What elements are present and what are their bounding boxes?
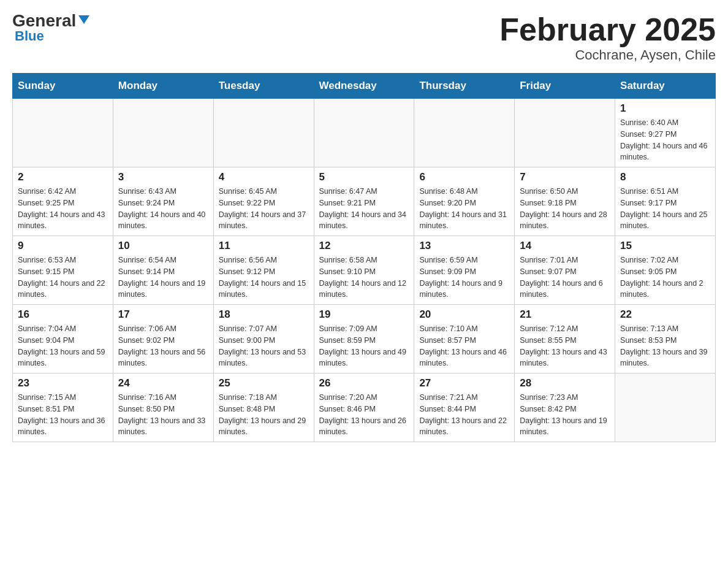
weekday-header-tuesday: Tuesday bbox=[213, 74, 314, 99]
day-number: 4 bbox=[219, 171, 309, 183]
logo: General Blue bbox=[12, 12, 91, 43]
day-number: 13 bbox=[419, 240, 509, 252]
calendar-day-cell bbox=[515, 99, 615, 167]
day-number: 16 bbox=[18, 308, 108, 321]
day-number: 5 bbox=[319, 171, 409, 183]
day-number: 17 bbox=[118, 308, 208, 321]
day-info: Sunrise: 6:42 AMSunset: 9:25 PMDaylight:… bbox=[18, 186, 108, 232]
calendar-day-cell bbox=[615, 373, 716, 442]
calendar-day-cell: 12Sunrise: 6:58 AMSunset: 9:10 PMDayligh… bbox=[314, 236, 414, 305]
day-info: Sunrise: 7:23 AMSunset: 8:42 PMDaylight:… bbox=[520, 392, 610, 438]
day-info: Sunrise: 7:06 AMSunset: 9:02 PMDaylight:… bbox=[118, 323, 208, 369]
svg-marker-0 bbox=[78, 15, 89, 24]
calendar-day-cell: 8Sunrise: 6:51 AMSunset: 9:17 PMDaylight… bbox=[615, 167, 716, 236]
day-info: Sunrise: 6:45 AMSunset: 9:22 PMDaylight:… bbox=[219, 186, 309, 232]
calendar-day-cell: 5Sunrise: 6:47 AMSunset: 9:21 PMDaylight… bbox=[314, 167, 414, 236]
calendar-day-cell: 14Sunrise: 7:01 AMSunset: 9:07 PMDayligh… bbox=[515, 236, 615, 305]
calendar-table: SundayMondayTuesdayWednesdayThursdayFrid… bbox=[12, 73, 716, 442]
day-info: Sunrise: 7:13 AMSunset: 8:53 PMDaylight:… bbox=[620, 323, 710, 369]
calendar-day-cell: 7Sunrise: 6:50 AMSunset: 9:18 PMDaylight… bbox=[515, 167, 615, 236]
day-number: 18 bbox=[219, 308, 309, 321]
day-info: Sunrise: 7:16 AMSunset: 8:50 PMDaylight:… bbox=[118, 392, 208, 438]
day-number: 7 bbox=[520, 171, 610, 183]
calendar-day-cell: 20Sunrise: 7:10 AMSunset: 8:57 PMDayligh… bbox=[414, 305, 515, 373]
day-info: Sunrise: 7:20 AMSunset: 8:46 PMDaylight:… bbox=[319, 392, 409, 438]
day-info: Sunrise: 6:40 AMSunset: 9:27 PMDaylight:… bbox=[620, 117, 710, 163]
weekday-header-sunday: Sunday bbox=[13, 74, 113, 99]
day-info: Sunrise: 7:18 AMSunset: 8:48 PMDaylight:… bbox=[219, 392, 309, 438]
day-number: 28 bbox=[520, 377, 610, 389]
page-header: General Blue February 2025 Cochrane, Ays… bbox=[12, 12, 716, 63]
day-number: 2 bbox=[18, 171, 108, 183]
weekday-header-monday: Monday bbox=[113, 74, 213, 99]
day-info: Sunrise: 6:53 AMSunset: 9:15 PMDaylight:… bbox=[18, 255, 108, 301]
day-info: Sunrise: 7:09 AMSunset: 8:59 PMDaylight:… bbox=[319, 323, 409, 369]
day-number: 21 bbox=[520, 308, 610, 321]
day-info: Sunrise: 6:48 AMSunset: 9:20 PMDaylight:… bbox=[419, 186, 509, 232]
calendar-day-cell: 28Sunrise: 7:23 AMSunset: 8:42 PMDayligh… bbox=[515, 373, 615, 442]
day-info: Sunrise: 7:01 AMSunset: 9:07 PMDaylight:… bbox=[520, 255, 610, 301]
title-block: February 2025 Cochrane, Aysen, Chile bbox=[499, 12, 716, 63]
calendar-day-cell: 11Sunrise: 6:56 AMSunset: 9:12 PMDayligh… bbox=[213, 236, 314, 305]
day-info: Sunrise: 6:56 AMSunset: 9:12 PMDaylight:… bbox=[219, 255, 309, 301]
day-info: Sunrise: 6:43 AMSunset: 9:24 PMDaylight:… bbox=[118, 186, 208, 232]
day-number: 15 bbox=[620, 240, 710, 252]
day-number: 20 bbox=[419, 308, 509, 321]
calendar-day-cell: 2Sunrise: 6:42 AMSunset: 9:25 PMDaylight… bbox=[13, 167, 113, 236]
calendar-day-cell: 26Sunrise: 7:20 AMSunset: 8:46 PMDayligh… bbox=[314, 373, 414, 442]
calendar-day-cell: 18Sunrise: 7:07 AMSunset: 9:00 PMDayligh… bbox=[213, 305, 314, 373]
calendar-day-cell: 9Sunrise: 6:53 AMSunset: 9:15 PMDaylight… bbox=[13, 236, 113, 305]
day-info: Sunrise: 6:54 AMSunset: 9:14 PMDaylight:… bbox=[118, 255, 208, 301]
day-number: 19 bbox=[319, 308, 409, 321]
weekday-header-thursday: Thursday bbox=[414, 74, 515, 99]
weekday-header-wednesday: Wednesday bbox=[314, 74, 414, 99]
calendar-subtitle: Cochrane, Aysen, Chile bbox=[499, 47, 716, 63]
calendar-day-cell: 27Sunrise: 7:21 AMSunset: 8:44 PMDayligh… bbox=[414, 373, 515, 442]
day-info: Sunrise: 6:58 AMSunset: 9:10 PMDaylight:… bbox=[319, 255, 409, 301]
calendar-title: February 2025 bbox=[499, 12, 716, 47]
day-info: Sunrise: 6:51 AMSunset: 9:17 PMDaylight:… bbox=[620, 186, 710, 232]
day-number: 11 bbox=[219, 240, 309, 252]
day-info: Sunrise: 7:21 AMSunset: 8:44 PMDaylight:… bbox=[419, 392, 509, 438]
weekday-header-friday: Friday bbox=[515, 74, 615, 99]
day-info: Sunrise: 6:59 AMSunset: 9:09 PMDaylight:… bbox=[419, 255, 509, 301]
day-number: 22 bbox=[620, 308, 710, 321]
calendar-week-row: 16Sunrise: 7:04 AMSunset: 9:04 PMDayligh… bbox=[13, 305, 716, 373]
day-info: Sunrise: 7:10 AMSunset: 8:57 PMDaylight:… bbox=[419, 323, 509, 369]
calendar-day-cell: 17Sunrise: 7:06 AMSunset: 9:02 PMDayligh… bbox=[113, 305, 213, 373]
calendar-day-cell: 25Sunrise: 7:18 AMSunset: 8:48 PMDayligh… bbox=[213, 373, 314, 442]
calendar-body: 1Sunrise: 6:40 AMSunset: 9:27 PMDaylight… bbox=[13, 99, 716, 442]
day-number: 3 bbox=[118, 171, 208, 183]
calendar-day-cell bbox=[314, 99, 414, 167]
calendar-day-cell: 1Sunrise: 6:40 AMSunset: 9:27 PMDaylight… bbox=[615, 99, 716, 167]
day-info: Sunrise: 6:50 AMSunset: 9:18 PMDaylight:… bbox=[520, 186, 610, 232]
day-info: Sunrise: 6:47 AMSunset: 9:21 PMDaylight:… bbox=[319, 186, 409, 232]
calendar-day-cell: 13Sunrise: 6:59 AMSunset: 9:09 PMDayligh… bbox=[414, 236, 515, 305]
day-info: Sunrise: 7:12 AMSunset: 8:55 PMDaylight:… bbox=[520, 323, 610, 369]
calendar-week-row: 9Sunrise: 6:53 AMSunset: 9:15 PMDaylight… bbox=[13, 236, 716, 305]
calendar-header: SundayMondayTuesdayWednesdayThursdayFrid… bbox=[13, 74, 716, 99]
weekday-header-saturday: Saturday bbox=[615, 74, 716, 99]
calendar-day-cell: 24Sunrise: 7:16 AMSunset: 8:50 PMDayligh… bbox=[113, 373, 213, 442]
day-number: 25 bbox=[219, 377, 309, 389]
calendar-day-cell bbox=[414, 99, 515, 167]
calendar-day-cell: 22Sunrise: 7:13 AMSunset: 8:53 PMDayligh… bbox=[615, 305, 716, 373]
day-number: 6 bbox=[419, 171, 509, 183]
calendar-day-cell: 16Sunrise: 7:04 AMSunset: 9:04 PMDayligh… bbox=[13, 305, 113, 373]
calendar-day-cell bbox=[213, 99, 314, 167]
logo-blue-text: Blue bbox=[15, 29, 44, 43]
calendar-day-cell: 23Sunrise: 7:15 AMSunset: 8:51 PMDayligh… bbox=[13, 373, 113, 442]
day-info: Sunrise: 7:02 AMSunset: 9:05 PMDaylight:… bbox=[620, 255, 710, 301]
calendar-day-cell bbox=[13, 99, 113, 167]
calendar-week-row: 2Sunrise: 6:42 AMSunset: 9:25 PMDaylight… bbox=[13, 167, 716, 236]
day-number: 23 bbox=[18, 377, 108, 389]
day-number: 27 bbox=[419, 377, 509, 389]
day-number: 24 bbox=[118, 377, 208, 389]
day-number: 9 bbox=[18, 240, 108, 252]
day-info: Sunrise: 7:15 AMSunset: 8:51 PMDaylight:… bbox=[18, 392, 108, 438]
calendar-week-row: 1Sunrise: 6:40 AMSunset: 9:27 PMDaylight… bbox=[13, 99, 716, 167]
calendar-day-cell: 4Sunrise: 6:45 AMSunset: 9:22 PMDaylight… bbox=[213, 167, 314, 236]
day-number: 1 bbox=[620, 102, 710, 115]
day-number: 26 bbox=[319, 377, 409, 389]
calendar-day-cell: 10Sunrise: 6:54 AMSunset: 9:14 PMDayligh… bbox=[113, 236, 213, 305]
